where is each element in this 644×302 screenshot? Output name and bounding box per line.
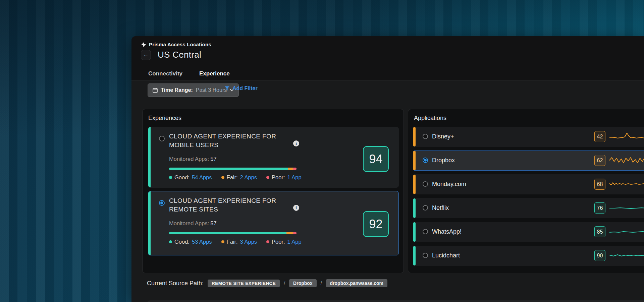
poor-dot-icon <box>266 176 269 179</box>
applications-title: Applications <box>414 115 446 122</box>
app-score-badge: 85 <box>594 226 605 237</box>
add-filter-label: Add Filter <box>232 85 258 92</box>
path-separator: / <box>321 281 322 286</box>
card-accent-bar <box>148 191 151 255</box>
tab-experience[interactable]: Experience <box>197 68 232 82</box>
legend-good-label: Good: <box>174 239 190 245</box>
legend-fair: Fair: 2 Apps <box>221 174 257 181</box>
app-name: Disney+ <box>432 133 454 140</box>
app-name: Dropbox <box>432 157 455 164</box>
app-row-lucidchart[interactable]: Lucidchart 90 <box>413 246 644 266</box>
experience-radio-remote-sites[interactable] <box>159 200 165 206</box>
back-button[interactable]: ← <box>141 50 151 60</box>
fair-dot-icon <box>221 240 224 243</box>
fair-dot-icon <box>221 176 224 179</box>
bar-segment-good <box>169 232 286 234</box>
monitored-apps: Monitored Apps:57 <box>169 156 217 162</box>
card-accent-bar <box>148 127 151 187</box>
app-name: Netflix <box>432 204 449 212</box>
app-health-bar <box>169 168 297 170</box>
app-radio-disney[interactable] <box>423 134 428 139</box>
app-title: Prisma Access Locations <box>149 42 211 47</box>
monitored-apps: Monitored Apps:57 <box>169 220 217 227</box>
sparkline-chart <box>609 155 644 167</box>
row-accent-bar <box>413 222 416 242</box>
monitored-apps-value: 57 <box>210 156 216 162</box>
experience-score-badge: 92 <box>363 211 389 237</box>
poor-dot-icon <box>266 240 269 243</box>
time-range-label: Time Range: <box>161 87 193 93</box>
app-row-monday[interactable]: Monday.com 68 <box>413 174 644 194</box>
experiences-title: Experiences <box>148 115 181 122</box>
sparkline-chart <box>609 250 644 262</box>
sparkline-chart <box>609 131 644 143</box>
legend-good-label: Good: <box>174 174 190 181</box>
source-path-segment-experience: REMOTE SITE EXPERIENCE <box>208 280 280 287</box>
page-title: US Central <box>158 50 201 60</box>
health-legend: Good: 54 Apps Fair: 2 Apps Poor: 1 App <box>169 174 302 181</box>
app-row-whatsapp[interactable]: WhatsApp! 85 <box>413 222 644 242</box>
experience-card-mobile-users[interactable]: CLOUD AGENT EXPERIENCE FOR MOBILE USERS … <box>148 127 399 188</box>
info-icon[interactable]: i <box>293 140 299 146</box>
row-accent-bar <box>413 151 416 170</box>
bar-segment-fair <box>288 168 293 170</box>
legend-fair-label: Fair: <box>227 239 238 245</box>
legend-poor-label: Poor: <box>272 174 285 181</box>
app-score-badge: 42 <box>594 131 605 142</box>
experience-card-remote-sites[interactable]: CLOUD AGENT EXPERIENCE FOR REMOTE SITES … <box>148 191 399 255</box>
bar-segment-good <box>169 168 288 170</box>
legend-fair-value[interactable]: 3 Apps <box>240 239 257 245</box>
app-radio-monday[interactable] <box>423 181 428 187</box>
sparkline-chart <box>609 226 644 238</box>
experiences-panel: Experiences CLOUD AGENT EXPERIENCE FOR M… <box>142 109 404 273</box>
row-accent-bar <box>413 127 416 146</box>
next-section-edge <box>147 300 644 302</box>
legend-poor-value[interactable]: 1 App <box>287 239 302 245</box>
add-filter-button[interactable]: Add Filter <box>225 85 258 92</box>
info-icon[interactable]: i <box>293 205 299 211</box>
legend-fair-label: Fair: <box>227 174 238 181</box>
app-row-dropbox[interactable]: Dropbox 62 <box>413 150 644 171</box>
bar-segment-poor <box>293 168 297 170</box>
app-radio-lucidchart[interactable] <box>423 253 428 258</box>
app-radio-netflix[interactable] <box>423 205 428 210</box>
experience-score-badge: 94 <box>363 146 389 172</box>
legend-good: Good: 53 Apps <box>169 239 212 245</box>
path-separator: / <box>284 281 285 286</box>
app-radio-whatsapp[interactable] <box>423 229 428 234</box>
app-score-badge: 62 <box>594 155 605 166</box>
app-row-netflix[interactable]: Netflix 76 <box>413 198 644 218</box>
app-window: Prisma Access Locations ← US Central Con… <box>131 36 644 302</box>
good-dot-icon <box>169 176 172 179</box>
app-score-badge: 76 <box>594 202 605 214</box>
content-area: Time Range: Past 3 Hours Add Filter Expe… <box>131 80 644 302</box>
legend-good: Good: 54 Apps <box>169 174 212 181</box>
experience-radio-mobile-users[interactable] <box>159 136 165 141</box>
app-row-disney[interactable]: Disney+ 42 <box>413 127 644 147</box>
source-path-label: Current Source Path: <box>147 280 204 287</box>
row-accent-bar <box>413 175 416 194</box>
experience-card-title: CLOUD AGENT EXPERIENCE FOR MOBILE USERS <box>169 132 290 149</box>
app-score-badge: 68 <box>594 179 605 190</box>
app-name: WhatsApp! <box>432 228 462 235</box>
app-health-bar <box>169 232 297 234</box>
brand-row: Prisma Access Locations <box>141 42 211 47</box>
health-legend: Good: 53 Apps Fair: 3 Apps Poor: 1 App <box>169 239 302 245</box>
legend-fair: Fair: 3 Apps <box>221 239 257 245</box>
tab-bar: Connectivity Experience <box>146 68 232 82</box>
app-name: Monday.com <box>432 181 466 188</box>
legend-good-value[interactable]: 54 Apps <box>192 174 212 181</box>
current-source-path: Current Source Path: REMOTE SITE EXPERIE… <box>147 279 387 287</box>
legend-good-value[interactable]: 53 Apps <box>192 239 212 245</box>
row-accent-bar <box>413 246 416 265</box>
app-radio-dropbox[interactable] <box>423 158 428 163</box>
tab-connectivity[interactable]: Connectivity <box>146 68 184 82</box>
source-path-segment-app: Dropbox <box>289 279 317 287</box>
calendar-icon <box>153 88 158 93</box>
filter-funnel-icon <box>225 86 229 91</box>
legend-fair-value[interactable]: 2 Apps <box>240 174 257 181</box>
legend-poor-value[interactable]: 1 App <box>287 174 302 181</box>
prisma-logo-icon <box>141 42 146 47</box>
bar-segment-poor <box>293 232 297 234</box>
sparkline-chart <box>609 202 644 214</box>
